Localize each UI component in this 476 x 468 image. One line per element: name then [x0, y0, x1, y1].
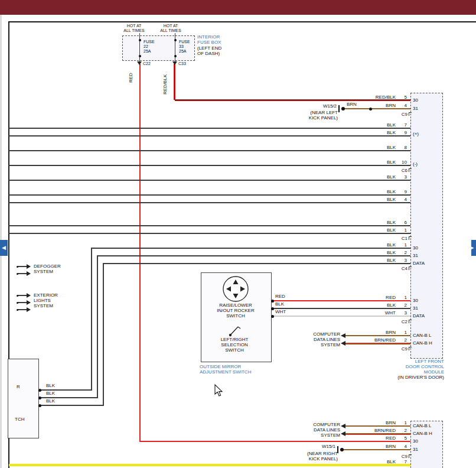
connector-label: C6	[389, 168, 407, 173]
wire-blk-switch3-h[interactable]	[39, 405, 104, 406]
wire-brnred-canbh-1[interactable]	[345, 343, 410, 344]
rocker-switch-icon	[221, 274, 250, 304]
wire-blk-mirror[interactable]	[272, 308, 410, 309]
frame-top-border	[8, 21, 476, 22]
module-inner-label: 30	[413, 298, 418, 303]
wire-color-label-blk: BLK	[46, 383, 55, 388]
module-inner-label: CAN-B H	[413, 431, 432, 436]
wire-fuse1-stub[interactable]	[139, 33, 140, 64]
module-inner-label: 31	[413, 447, 418, 452]
module-inner-label: 30	[413, 245, 418, 251]
connector-tick	[409, 347, 412, 350]
pin-number: 9	[399, 130, 407, 135]
pin-number: 4	[399, 444, 407, 449]
wire-color-label-blk: BLK	[275, 301, 284, 307]
wire-brn-ground-w151[interactable]	[341, 449, 410, 450]
junction-dot	[17, 309, 18, 311]
connector-label: C9	[389, 454, 407, 459]
pin-wire-label: BLK	[353, 242, 396, 248]
wire-blk-pin9a[interactable]	[9, 135, 410, 136]
pin-number: 4	[399, 197, 407, 202]
pin-number: 3	[399, 174, 407, 180]
partial-text-fragment: TCH	[15, 417, 24, 422]
right-arrowhead-icon	[27, 271, 31, 276]
computer-data-lines-label: COMPUTER DATA LINES SYSTEM	[298, 422, 340, 438]
ground-bar-w152[interactable]	[338, 105, 340, 112]
pin-number: 6	[399, 220, 407, 225]
wire-blk-pin1a[interactable]	[9, 233, 410, 234]
right-arrowhead-icon	[27, 293, 31, 298]
left-arrowhead-icon	[341, 341, 345, 346]
wire-blk-data3-h[interactable]	[103, 263, 410, 264]
wire-red-bottom-horizontal[interactable]	[140, 441, 410, 442]
pin-wire-label: BRN	[353, 420, 396, 425]
pin-wire-label: BLK	[353, 174, 396, 180]
pin-number: 7	[399, 122, 407, 128]
wire-blk-pin6[interactable]	[9, 225, 410, 226]
wire-blk-switch2-h[interactable]	[39, 397, 98, 398]
module-inner-label: DATA	[413, 313, 425, 318]
hot-at-label: HOT AT ALL TIMES	[116, 24, 152, 33]
fuse-terminal-dot	[174, 55, 177, 57]
connector-label: C2	[389, 319, 407, 324]
wire-fuse2-stub[interactable]	[175, 33, 175, 64]
wire-blk-pin3a[interactable]	[9, 180, 410, 181]
wire-blk-pin10[interactable]	[9, 165, 410, 166]
mirror-switch-caption: OUTSIDE MIRROR ADJUSTMENT SWITCH	[200, 364, 251, 375]
pin-wire-label: WHT	[353, 310, 396, 316]
wire-yel-highlighted[interactable]	[9, 464, 410, 466]
right-arrowhead-icon	[27, 264, 31, 269]
ground-name-label: W15/1	[313, 444, 335, 449]
ground-bar-w151[interactable]	[337, 446, 338, 453]
next-page-button[interactable]: ▶	[471, 240, 476, 256]
pin-number: 4	[399, 103, 407, 108]
wire-wht-mirror[interactable]	[272, 316, 410, 317]
junction-dot	[38, 404, 41, 407]
module-inner-label: 31	[413, 253, 418, 258]
module-inner-label: 30	[413, 438, 418, 444]
junction-dot	[271, 300, 274, 303]
pin-wire-label: BLK	[353, 220, 396, 225]
wire-brn-canbl-2[interactable]	[345, 425, 410, 427]
wire-blk-data2-v[interactable]	[97, 255, 98, 398]
wire-blk-data1-h[interactable]	[91, 248, 410, 249]
wire-brnred-canbh-2[interactable]	[345, 433, 410, 435]
wire-brn-canbl-1[interactable]	[345, 335, 410, 336]
pin-number: 5	[399, 95, 407, 100]
selector-switch-icon	[226, 323, 243, 338]
fuse-33-label: FUSE 33 25A	[179, 40, 190, 54]
pin-wire-label: BRN	[353, 444, 396, 449]
wire-blk-switch1-h[interactable]	[39, 389, 92, 391]
defogger-system-label: DEFOGGER SYSTEM	[34, 264, 61, 274]
ground-dot	[341, 107, 345, 110]
module-inner-label: (+)	[413, 131, 419, 136]
pin-number: 10	[399, 160, 407, 165]
module-inner-label: CAN-B L	[413, 333, 432, 338]
wire-blk-data2-h[interactable]	[97, 255, 410, 256]
wire-color-label-red: RED	[128, 73, 133, 83]
pin-number: 3	[399, 310, 407, 316]
wire-blk-pin8[interactable]	[9, 150, 410, 151]
wire-blk-pin4[interactable]	[9, 202, 410, 203]
connector-label: C4	[389, 266, 407, 271]
computer-data-lines-label: COMPUTER DATA LINES SYSTEM	[298, 332, 340, 347]
module-inner-label: CAN-B H	[413, 340, 432, 346]
fuse-terminal-dot	[139, 55, 141, 57]
wire-redblk-vertical[interactable]	[174, 64, 175, 100]
mouse-cursor	[214, 384, 224, 397]
module-inner-label: CAN-B L	[413, 423, 432, 428]
wire-color-label-blk: BLK	[46, 391, 55, 396]
wire-red-mirror[interactable]	[272, 300, 410, 301]
wire-red-main-vertical[interactable]	[139, 64, 141, 442]
connector-label: C9	[389, 346, 407, 352]
left-arrowhead-icon	[341, 333, 345, 338]
wire-blk-data3-v[interactable]	[103, 263, 104, 406]
right-arrowhead-icon	[27, 307, 31, 312]
wire-brn-ground-w152[interactable]	[343, 108, 410, 109]
wire-blk-data1-v[interactable]	[91, 248, 92, 391]
wire-blk-pin7[interactable]	[9, 128, 410, 129]
prev-page-button[interactable]: ◀	[0, 240, 8, 256]
module-caption: LEFT FRONT DOOR CONTROL MODULE	[385, 359, 444, 375]
wire-blk-pin9b[interactable]	[9, 194, 410, 196]
pin-wire-label: BLK	[353, 303, 396, 308]
